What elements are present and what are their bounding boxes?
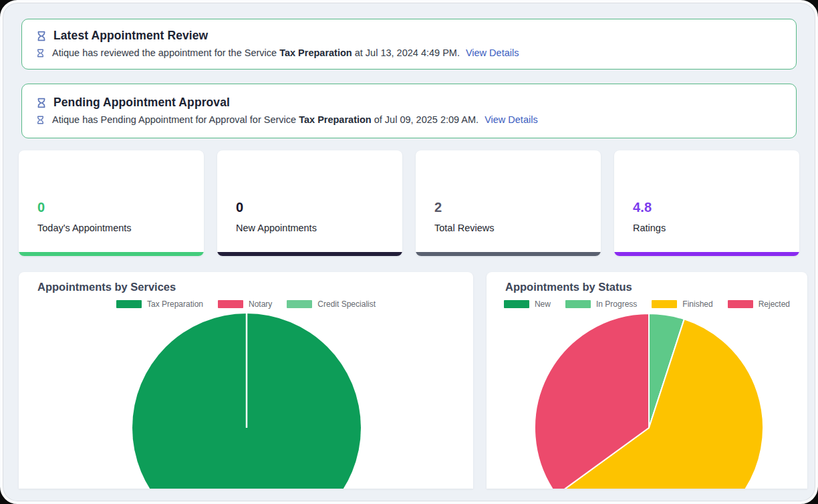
legend-swatch <box>116 300 142 308</box>
stat-accent-bar <box>217 252 402 256</box>
stat-accent-bar <box>416 252 601 256</box>
dashboard-screen: Latest Appointment Review Atique has rev… <box>0 0 818 504</box>
charts-row: Appointments by Services Tax Preparation… <box>19 272 799 489</box>
legend-label: Notary <box>249 299 272 309</box>
legend-label: Finished <box>682 299 712 309</box>
pending-approval-banner: Pending Appointment Approval Atique has … <box>21 84 797 138</box>
chart-title: Appointments by Services <box>37 281 473 293</box>
legend-label: Tax Preparation <box>147 299 203 309</box>
stats-row: 0 Today's Appointments 0 New Appointment… <box>19 150 799 256</box>
stat-value: 2 <box>434 200 585 215</box>
legend-label: Rejected <box>759 299 790 309</box>
view-details-link[interactable]: View Details <box>485 114 538 125</box>
banner-message: Atique has reviewed the appointment for … <box>52 47 519 58</box>
legend-item[interactable]: Rejected <box>728 299 790 309</box>
legend-swatch <box>728 300 753 308</box>
stat-label: New Appointments <box>236 223 386 233</box>
service-name: Tax Preparation <box>279 47 352 58</box>
stat-card-todays-appointments: 0 Today's Appointments <box>19 150 204 256</box>
stat-card-total-reviews: 2 Total Reviews <box>416 150 601 256</box>
stat-accent-bar <box>614 252 799 256</box>
chart-title: Appointments by Status <box>505 281 807 293</box>
stat-card-ratings: 4.8 Ratings <box>614 150 799 256</box>
hourglass-icon <box>35 97 47 109</box>
legend-item[interactable]: Finished <box>652 299 712 309</box>
legend-swatch <box>287 300 312 308</box>
chart-legend: Tax PreparationNotaryCredit Specialist <box>19 299 473 309</box>
chart-legend: NewIn ProgressFinishedRejected <box>487 299 807 309</box>
appointments-by-services-card: Appointments by Services Tax Preparation… <box>19 272 473 489</box>
legend-item[interactable]: In Progress <box>565 299 637 309</box>
hourglass-icon <box>35 48 45 58</box>
legend-swatch <box>652 300 677 308</box>
appointments-by-status-card: Appointments by Status NewIn ProgressFin… <box>487 272 807 489</box>
stat-value: 0 <box>236 200 386 215</box>
hourglass-icon <box>35 30 47 42</box>
stat-label: Today's Appointments <box>37 223 188 233</box>
legend-item[interactable]: Credit Specialist <box>287 299 376 309</box>
latest-review-banner: Latest Appointment Review Atique has rev… <box>21 19 797 70</box>
view-details-link[interactable]: View Details <box>466 47 519 58</box>
banner-message: Atique has Pending Appointment for Appro… <box>52 114 538 125</box>
stat-value: 4.8 <box>633 200 783 215</box>
legend-swatch <box>504 300 529 308</box>
stat-value: 0 <box>37 200 188 215</box>
legend-item[interactable]: New <box>504 299 551 309</box>
stat-label: Total Reviews <box>434 223 585 233</box>
stat-accent-bar <box>19 252 204 256</box>
legend-item[interactable]: Tax Preparation <box>116 299 203 309</box>
stat-card-new-appointments: 0 New Appointments <box>217 150 402 256</box>
legend-label: New <box>535 299 551 309</box>
legend-item[interactable]: Notary <box>218 299 272 309</box>
legend-label: In Progress <box>596 299 637 309</box>
hourglass-icon <box>35 115 45 125</box>
legend-swatch <box>565 300 591 308</box>
service-name: Tax Preparation <box>299 114 372 125</box>
banner-title: Pending Appointment Approval <box>53 96 230 110</box>
stat-label: Ratings <box>633 223 783 233</box>
legend-swatch <box>218 300 243 308</box>
banner-title: Latest Appointment Review <box>53 29 208 43</box>
legend-label: Credit Specialist <box>317 299 376 309</box>
